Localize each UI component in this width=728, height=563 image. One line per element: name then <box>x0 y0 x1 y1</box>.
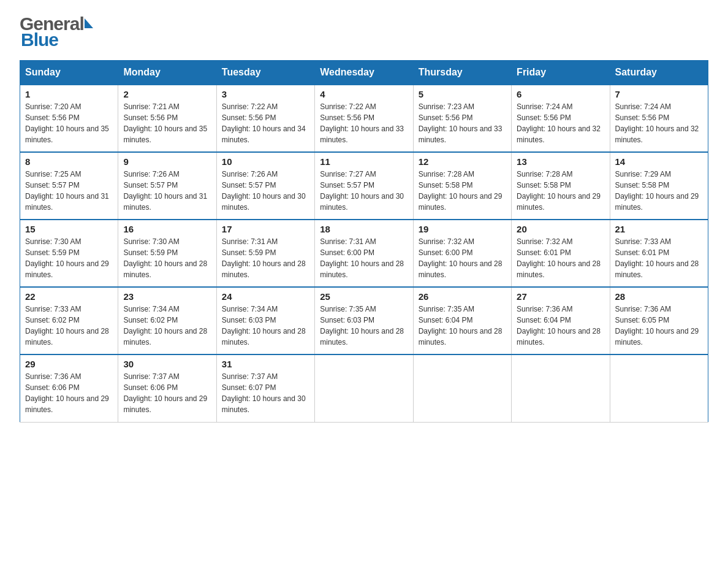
header-saturday: Saturday <box>610 61 708 85</box>
day-number: 1 <box>25 89 113 99</box>
calendar-cell: 22 Sunrise: 7:33 AMSunset: 6:02 PMDaylig… <box>20 287 118 354</box>
logo-chevron-icon <box>85 18 93 28</box>
day-number: 16 <box>123 224 211 234</box>
day-info: Sunrise: 7:28 AMSunset: 5:58 PMDaylight:… <box>517 170 601 212</box>
calendar-cell: 5 Sunrise: 7:23 AMSunset: 5:56 PMDayligh… <box>413 85 511 152</box>
calendar-cell: 2 Sunrise: 7:21 AMSunset: 5:56 PMDayligh… <box>118 85 216 152</box>
page-header: General Blue <box>20 15 708 49</box>
day-info: Sunrise: 7:25 AMSunset: 5:57 PMDaylight:… <box>25 170 109 212</box>
day-info: Sunrise: 7:31 AMSunset: 6:00 PMDaylight:… <box>320 237 404 279</box>
day-number: 25 <box>320 291 408 302</box>
day-info: Sunrise: 7:23 AMSunset: 5:56 PMDaylight:… <box>419 102 502 144</box>
day-info: Sunrise: 7:32 AMSunset: 6:00 PMDaylight:… <box>419 237 502 279</box>
header-tuesday: Tuesday <box>216 61 314 85</box>
day-info: Sunrise: 7:28 AMSunset: 5:58 PMDaylight:… <box>419 170 502 212</box>
calendar-cell: 17 Sunrise: 7:31 AMSunset: 5:59 PMDaylig… <box>216 220 314 287</box>
calendar-week-4: 22 Sunrise: 7:33 AMSunset: 6:02 PMDaylig… <box>20 287 708 354</box>
day-info: Sunrise: 7:35 AMSunset: 6:03 PMDaylight:… <box>320 305 404 347</box>
day-number: 29 <box>25 359 113 369</box>
calendar-cell: 12 Sunrise: 7:28 AMSunset: 5:58 PMDaylig… <box>413 152 511 220</box>
day-number: 14 <box>615 156 703 167</box>
day-info: Sunrise: 7:34 AMSunset: 6:02 PMDaylight:… <box>123 305 207 347</box>
calendar-cell <box>610 354 708 422</box>
header-wednesday: Wednesday <box>315 61 413 85</box>
calendar-cell: 24 Sunrise: 7:34 AMSunset: 6:03 PMDaylig… <box>216 287 314 354</box>
calendar-cell: 28 Sunrise: 7:36 AMSunset: 6:05 PMDaylig… <box>610 287 708 354</box>
day-info: Sunrise: 7:24 AMSunset: 5:56 PMDaylight:… <box>615 102 699 144</box>
calendar-week-1: 1 Sunrise: 7:20 AMSunset: 5:56 PMDayligh… <box>20 85 708 152</box>
calendar-cell: 26 Sunrise: 7:35 AMSunset: 6:04 PMDaylig… <box>413 287 511 354</box>
day-info: Sunrise: 7:29 AMSunset: 5:58 PMDaylight:… <box>615 170 699 212</box>
calendar-cell: 18 Sunrise: 7:31 AMSunset: 6:00 PMDaylig… <box>315 220 413 287</box>
calendar-cell: 10 Sunrise: 7:26 AMSunset: 5:57 PMDaylig… <box>216 152 314 220</box>
day-info: Sunrise: 7:32 AMSunset: 6:01 PMDaylight:… <box>517 237 601 279</box>
calendar-week-3: 15 Sunrise: 7:30 AMSunset: 5:59 PMDaylig… <box>20 220 708 287</box>
calendar-header: SundayMondayTuesdayWednesdayThursdayFrid… <box>20 61 708 85</box>
day-headers-row: SundayMondayTuesdayWednesdayThursdayFrid… <box>20 61 708 85</box>
day-number: 4 <box>320 89 408 99</box>
day-number: 31 <box>222 359 309 369</box>
day-info: Sunrise: 7:30 AMSunset: 5:59 PMDaylight:… <box>25 237 109 279</box>
day-info: Sunrise: 7:22 AMSunset: 5:56 PMDaylight:… <box>222 102 306 144</box>
day-number: 2 <box>123 89 211 99</box>
calendar-cell: 20 Sunrise: 7:32 AMSunset: 6:01 PMDaylig… <box>512 220 610 287</box>
calendar-cell: 3 Sunrise: 7:22 AMSunset: 5:56 PMDayligh… <box>216 85 314 152</box>
day-number: 3 <box>222 89 309 99</box>
day-info: Sunrise: 7:20 AMSunset: 5:56 PMDaylight:… <box>25 102 109 144</box>
calendar-week-2: 8 Sunrise: 7:25 AMSunset: 5:57 PMDayligh… <box>20 152 708 220</box>
day-number: 19 <box>419 224 506 234</box>
day-number: 9 <box>123 156 211 167</box>
day-info: Sunrise: 7:26 AMSunset: 5:57 PMDaylight:… <box>222 170 306 212</box>
day-info: Sunrise: 7:36 AMSunset: 6:05 PMDaylight:… <box>615 305 699 347</box>
day-info: Sunrise: 7:30 AMSunset: 5:59 PMDaylight:… <box>123 237 207 279</box>
day-info: Sunrise: 7:36 AMSunset: 6:04 PMDaylight:… <box>517 305 601 347</box>
calendar-cell: 9 Sunrise: 7:26 AMSunset: 5:57 PMDayligh… <box>118 152 216 220</box>
day-number: 15 <box>25 224 113 234</box>
day-number: 18 <box>320 224 408 234</box>
day-number: 12 <box>419 156 506 167</box>
calendar-body: 1 Sunrise: 7:20 AMSunset: 5:56 PMDayligh… <box>20 85 708 422</box>
day-info: Sunrise: 7:26 AMSunset: 5:57 PMDaylight:… <box>123 170 207 212</box>
day-info: Sunrise: 7:34 AMSunset: 6:03 PMDaylight:… <box>222 305 306 347</box>
day-number: 26 <box>419 291 506 302</box>
day-number: 21 <box>615 224 703 234</box>
header-monday: Monday <box>118 61 216 85</box>
day-number: 20 <box>517 224 604 234</box>
day-number: 23 <box>123 291 211 302</box>
calendar-cell <box>315 354 413 422</box>
calendar-cell: 30 Sunrise: 7:37 AMSunset: 6:06 PMDaylig… <box>118 354 216 422</box>
day-info: Sunrise: 7:21 AMSunset: 5:56 PMDaylight:… <box>123 102 207 144</box>
calendar-cell: 27 Sunrise: 7:36 AMSunset: 6:04 PMDaylig… <box>512 287 610 354</box>
day-info: Sunrise: 7:33 AMSunset: 6:02 PMDaylight:… <box>25 305 109 347</box>
calendar-cell: 25 Sunrise: 7:35 AMSunset: 6:03 PMDaylig… <box>315 287 413 354</box>
day-info: Sunrise: 7:37 AMSunset: 6:07 PMDaylight:… <box>222 372 306 414</box>
calendar-cell: 7 Sunrise: 7:24 AMSunset: 5:56 PMDayligh… <box>610 85 708 152</box>
header-friday: Friday <box>512 61 610 85</box>
calendar-cell: 29 Sunrise: 7:36 AMSunset: 6:06 PMDaylig… <box>20 354 118 422</box>
day-info: Sunrise: 7:31 AMSunset: 5:59 PMDaylight:… <box>222 237 306 279</box>
day-number: 7 <box>615 89 703 99</box>
day-number: 6 <box>517 89 604 99</box>
day-info: Sunrise: 7:37 AMSunset: 6:06 PMDaylight:… <box>123 372 207 414</box>
calendar-cell: 4 Sunrise: 7:22 AMSunset: 5:56 PMDayligh… <box>315 85 413 152</box>
calendar-table: SundayMondayTuesdayWednesdayThursdayFrid… <box>20 60 708 423</box>
day-info: Sunrise: 7:24 AMSunset: 5:56 PMDaylight:… <box>517 102 601 144</box>
day-number: 5 <box>419 89 506 99</box>
calendar-cell <box>413 354 511 422</box>
day-info: Sunrise: 7:36 AMSunset: 6:06 PMDaylight:… <box>25 372 109 414</box>
day-number: 8 <box>25 156 113 167</box>
day-info: Sunrise: 7:33 AMSunset: 6:01 PMDaylight:… <box>615 237 699 279</box>
calendar-cell: 13 Sunrise: 7:28 AMSunset: 5:58 PMDaylig… <box>512 152 610 220</box>
calendar-cell: 8 Sunrise: 7:25 AMSunset: 5:57 PMDayligh… <box>20 152 118 220</box>
day-number: 30 <box>123 359 211 369</box>
day-number: 11 <box>320 156 408 167</box>
calendar-cell: 6 Sunrise: 7:24 AMSunset: 5:56 PMDayligh… <box>512 85 610 152</box>
calendar-cell: 19 Sunrise: 7:32 AMSunset: 6:00 PMDaylig… <box>413 220 511 287</box>
day-number: 13 <box>517 156 604 167</box>
header-thursday: Thursday <box>413 61 511 85</box>
calendar-cell: 31 Sunrise: 7:37 AMSunset: 6:07 PMDaylig… <box>216 354 314 422</box>
day-number: 24 <box>222 291 309 302</box>
day-number: 17 <box>222 224 309 234</box>
calendar-cell: 21 Sunrise: 7:33 AMSunset: 6:01 PMDaylig… <box>610 220 708 287</box>
calendar-cell: 23 Sunrise: 7:34 AMSunset: 6:02 PMDaylig… <box>118 287 216 354</box>
